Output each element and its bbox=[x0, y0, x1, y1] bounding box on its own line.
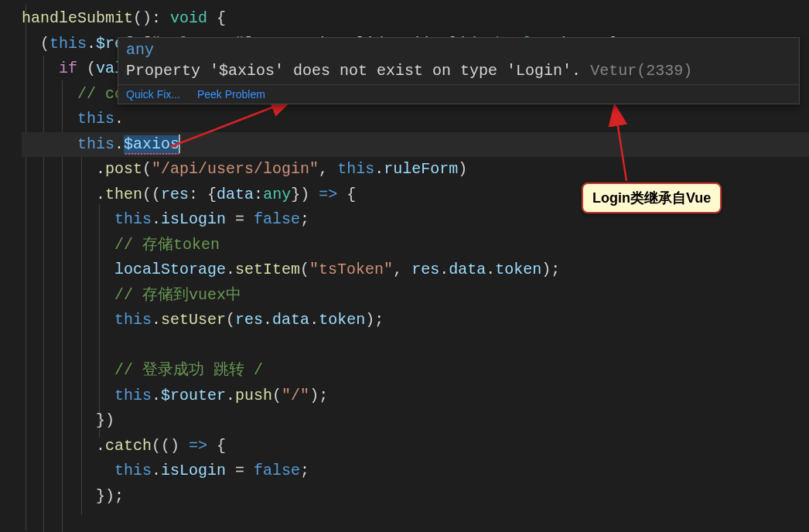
code-line: this.$router.push("/"); bbox=[22, 384, 809, 409]
code-line: this.setUser(res.data.token); bbox=[22, 308, 809, 333]
code-line: // 登录成功 跳转 / bbox=[22, 358, 809, 384]
code-line: // 存储token bbox=[22, 233, 809, 258]
code-line-active: this.$axios bbox=[22, 132, 809, 158]
code-line: // 存储到vuex中 bbox=[22, 283, 809, 309]
quick-fix-link[interactable]: Quick Fix... bbox=[126, 88, 180, 101]
code-line: this. bbox=[22, 107, 809, 132]
code-line: .catch(() => { bbox=[22, 434, 809, 459]
peek-problem-link[interactable]: Peek Problem bbox=[197, 88, 265, 101]
code-line: localStorage.setItem("tsToken", res.data… bbox=[22, 257, 809, 283]
code-line: handleSubmit(): void { bbox=[22, 6, 809, 32]
code-line: }) bbox=[22, 408, 809, 434]
annotation-callout: Login类继承自Vue bbox=[582, 182, 722, 213]
code-line: this.isLogin = false; bbox=[22, 459, 809, 484]
code-line: }); bbox=[22, 484, 809, 510]
tooltip-message: Property '$axios' does not exist on type… bbox=[118, 60, 799, 84]
code-line: .post("/api/users/login", this.ruleForm) bbox=[22, 157, 809, 182]
hover-tooltip: any Property '$axios' does not exist on … bbox=[118, 37, 800, 104]
code-line bbox=[22, 333, 809, 359]
text-cursor bbox=[179, 135, 180, 153]
tooltip-type: any bbox=[118, 38, 799, 60]
tooltip-actions: Quick Fix... Peek Problem bbox=[118, 84, 799, 104]
